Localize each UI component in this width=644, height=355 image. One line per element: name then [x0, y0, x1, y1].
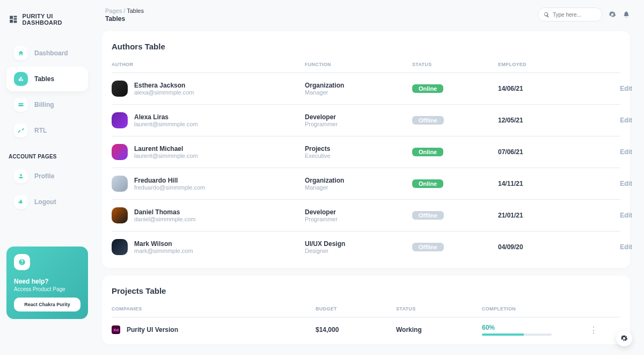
employed-cell: 07/06/21	[498, 148, 595, 156]
col-status: STATUS	[412, 62, 498, 67]
function-cell: OrganizationManager	[305, 177, 412, 191]
function-cell: UI/UX DesignDesigner	[305, 240, 412, 254]
question-icon	[14, 254, 30, 270]
gear-icon	[620, 335, 628, 342]
authors-header: AUTHOR FUNCTION STATUS EMPLOYED	[112, 62, 620, 73]
progress-bar	[482, 334, 552, 336]
company-logo-icon: Xd	[112, 325, 120, 334]
gear-icon[interactable]	[609, 11, 616, 18]
status-cell: Offline	[412, 116, 498, 125]
edit-button[interactable]: Edit	[595, 212, 632, 219]
breadcrumb-root[interactable]: Pages	[105, 8, 122, 14]
employed-cell: 12/05/21	[498, 117, 595, 124]
author-email: laurent@simmmple.com	[134, 153, 198, 159]
wrench-icon	[14, 124, 28, 137]
col-function: FUNCTION	[305, 62, 412, 67]
function-primary: Organization	[305, 82, 412, 89]
function-secondary: Manager	[305, 184, 412, 191]
col-employed: EMPLOYED	[498, 62, 595, 67]
function-secondary: Programmer	[305, 216, 412, 222]
author-name: Mark Wilson	[134, 240, 193, 248]
sidebar-item-label: Logout	[34, 198, 56, 206]
avatar	[112, 144, 128, 160]
status-cell: Online	[412, 84, 498, 93]
table-row: Freduardo Hillfreduardo@simmmple.comOrga…	[112, 168, 620, 200]
edit-button[interactable]: Edit	[595, 85, 632, 92]
status-badge: Offline	[412, 116, 444, 125]
brand-label: PURITY UI DASHBOARD	[23, 13, 86, 26]
edit-button[interactable]: Edit	[595, 180, 632, 187]
bell-icon[interactable]	[623, 11, 630, 18]
edit-button[interactable]: Edit	[595, 117, 632, 124]
author-cell: Mark Wilsonmark@simmmple.com	[112, 239, 305, 255]
stats-icon	[14, 72, 28, 86]
function-primary: Organization	[305, 177, 412, 184]
sidebar-item-rtl[interactable]: RTL	[6, 118, 88, 143]
employed-cell: 14/06/21	[498, 85, 595, 92]
author-email: freduardo@simmmple.com	[134, 184, 205, 191]
function-cell: DeveloperProgrammer	[305, 208, 412, 222]
projects-table: COMPANIES BUDGET STATUS COMPLETION XdPur…	[112, 306, 620, 342]
status-cell: Offline	[412, 211, 498, 220]
col-completion: COMPLETION	[482, 306, 589, 311]
row-menu-icon[interactable]: ⋮	[589, 325, 611, 335]
help-card: Need help? Access Product Page React Cha…	[6, 247, 88, 319]
authors-card: Authors Table AUTHOR FUNCTION STATUS EMP…	[102, 31, 630, 268]
breadcrumb-sep: /	[123, 8, 125, 14]
author-cell: Alexa Liraslaurent@simmmple.com	[112, 112, 305, 128]
status-cell: Online	[412, 148, 498, 156]
edit-button[interactable]: Edit	[595, 243, 632, 251]
table-row: Mark Wilsonmark@simmmple.comUI/UX Design…	[112, 231, 620, 263]
sidebar-item-label: RTL	[34, 127, 47, 134]
topbar: Pages / Tables Tables	[102, 5, 633, 28]
table-row: Daniel Thomasdaniel@simmmple.comDevelope…	[112, 200, 620, 231]
sidebar: PURITY UI DASHBOARD Dashboard Tables Bil…	[0, 0, 94, 355]
search-input[interactable]	[553, 12, 596, 18]
sidebar-item-billing[interactable]: Billing	[6, 92, 88, 117]
breadcrumb: Pages / Tables	[105, 8, 144, 14]
table-row: Alexa Liraslaurent@simmmple.comDeveloper…	[112, 105, 620, 136]
budget-cell: $14,000	[316, 326, 396, 334]
project-status-cell: Working	[396, 326, 482, 334]
sidebar-item-profile[interactable]: Profile	[6, 164, 88, 189]
completion-label: 60%	[482, 324, 589, 331]
settings-fab[interactable]	[616, 330, 632, 346]
rocket-icon	[14, 195, 28, 209]
brand-logo-icon	[9, 14, 18, 25]
edit-button[interactable]: Edit	[595, 148, 632, 156]
function-cell: OrganizationManager	[305, 82, 412, 96]
completion-cell: 60%	[482, 324, 589, 336]
table-row: Esthera Jacksonalexa@simmmple.comOrganiz…	[112, 73, 620, 105]
status-cell: Online	[412, 179, 498, 188]
author-name: Laurent Michael	[134, 145, 198, 153]
help-button[interactable]: React Chakra Purity	[14, 298, 80, 311]
table-row: XdPurity UI Version$14,000Working60%⋮	[112, 317, 620, 342]
author-cell: Daniel Thomasdaniel@simmmple.com	[112, 207, 305, 223]
author-name: Alexa Liras	[134, 113, 198, 121]
col-budget: BUDGET	[316, 306, 396, 311]
author-email: laurent@simmmple.com	[134, 121, 198, 127]
sidebar-item-label: Dashboard	[34, 49, 68, 57]
function-primary: Developer	[305, 113, 412, 121]
projects-header: COMPANIES BUDGET STATUS COMPLETION	[112, 306, 620, 317]
col-status: STATUS	[396, 306, 482, 311]
employed-cell: 04/09/20	[498, 243, 595, 251]
search-box[interactable]	[538, 8, 602, 21]
author-cell: Freduardo Hillfreduardo@simmmple.com	[112, 176, 305, 192]
help-subtitle: Access Product Page	[14, 286, 80, 292]
function-secondary: Designer	[305, 248, 412, 254]
sidebar-item-tables[interactable]: Tables	[6, 67, 88, 91]
sidebar-item-dashboard[interactable]: Dashboard	[6, 41, 88, 66]
search-icon	[544, 12, 550, 18]
status-badge: Offline	[412, 211, 444, 220]
employed-cell: 14/11/21	[498, 180, 595, 187]
brand: PURITY UI DASHBOARD	[6, 9, 88, 34]
author-name: Daniel Thomas	[134, 208, 195, 216]
table-row: Laurent Michaellaurent@simmmple.comProje…	[112, 136, 620, 168]
main-content: Pages / Tables Tables Authors Table AUTH…	[99, 0, 639, 352]
user-icon	[14, 169, 28, 183]
projects-card: Projects Table COMPANIES BUDGET STATUS C…	[102, 276, 630, 344]
avatar	[112, 239, 128, 255]
col-author: AUTHOR	[112, 62, 305, 67]
sidebar-item-logout[interactable]: Logout	[6, 190, 88, 214]
